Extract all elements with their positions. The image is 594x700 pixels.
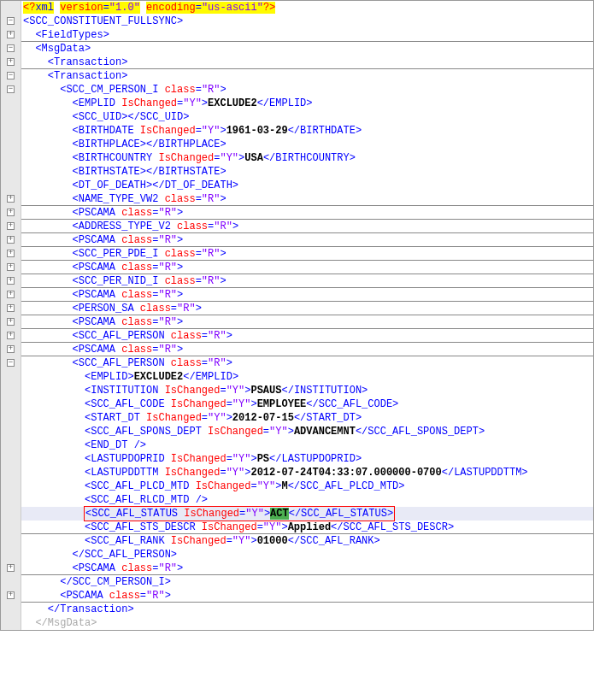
fold-gutter	[1, 138, 21, 151]
code-content: <START_DT IsChanged="Y">2012-07-15</STAR…	[21, 411, 593, 425]
code-line: </SCC_CM_PERSON_I>	[1, 575, 593, 589]
fold-collapsed-icon[interactable]: +	[7, 564, 15, 572]
fold-gutter[interactable]: +	[1, 288, 21, 302]
code-content: <MsgData>	[21, 42, 593, 56]
code-content: <PSCAMA class="R">	[21, 261, 593, 274]
fold-gutter[interactable]: +	[1, 192, 21, 206]
code-content: <SCC_AFL_RLCD_MTD />	[21, 493, 593, 507]
code-content: <SCC_AFL_PLCD_MTD IsChanged="Y">M</SCC_A…	[21, 479, 593, 493]
fold-gutter	[1, 521, 21, 534]
fold-collapsed-icon[interactable]: +	[7, 318, 15, 326]
code-content: <BIRTHDATE IsChanged="Y">1961-03-29</BIR…	[21, 124, 593, 138]
fold-collapsed-icon[interactable]: +	[7, 291, 15, 298]
fold-collapsed-icon[interactable]: +	[7, 591, 15, 599]
fold-collapsed-icon[interactable]: +	[7, 304, 15, 312]
fold-gutter[interactable]: +	[1, 247, 21, 261]
code-content: <SCC_CONSTITUENT_FULLSYNC>	[21, 15, 593, 28]
fold-expanded-icon[interactable]: −	[7, 85, 15, 93]
fold-gutter[interactable]: +	[1, 315, 21, 329]
fold-gutter	[1, 603, 21, 616]
code-content: <SCC_PER_NID_I class="R">	[21, 274, 593, 287]
code-line: </Transaction>	[1, 603, 593, 616]
code-content: <SCC_CM_PERSON_I class="R">	[21, 83, 593, 97]
fold-gutter	[1, 384, 21, 397]
code-content: <Transaction>	[21, 69, 593, 83]
fold-gutter[interactable]: −	[1, 15, 21, 28]
fold-gutter	[1, 110, 21, 124]
fold-gutter[interactable]: +	[1, 589, 21, 603]
fold-gutter	[1, 124, 21, 138]
fold-collapsed-icon[interactable]: +	[7, 195, 15, 203]
xml-declaration-row: <?xml version="1.0" encoding="us-ascii"?…	[1, 1, 593, 15]
fold-gutter[interactable]: +	[1, 56, 21, 69]
fold-expanded-icon[interactable]: −	[7, 17, 15, 25]
fold-gutter	[1, 507, 21, 521]
fold-gutter[interactable]: +	[1, 233, 21, 247]
fold-gutter	[1, 179, 21, 192]
code-line: − <SCC_AFL_PERSON class="R">	[1, 356, 593, 370]
code-line: <INSTITUTION IsChanged="Y">PSAUS</INSTIT…	[1, 384, 593, 397]
fold-gutter[interactable]: +	[1, 274, 21, 288]
fold-gutter	[1, 165, 21, 179]
fold-expanded-icon[interactable]: −	[7, 44, 15, 52]
code-content: <DT_OF_DEATH></DT_OF_DEATH>	[21, 179, 593, 192]
code-content: <PSCAMA class="R">	[21, 233, 593, 246]
fold-gutter[interactable]: +	[1, 261, 21, 274]
fold-gutter	[1, 548, 21, 562]
fold-gutter[interactable]: +	[1, 329, 21, 343]
code-content: <PSCAMA class="R">	[21, 288, 593, 301]
code-line: <SCC_UID></SCC_UID>	[1, 110, 593, 124]
fold-collapsed-icon[interactable]: +	[7, 58, 15, 66]
fold-collapsed-icon[interactable]: +	[7, 250, 15, 257]
fold-gutter	[1, 397, 21, 411]
fold-collapsed-icon[interactable]: +	[7, 345, 15, 353]
fold-expanded-icon[interactable]: −	[7, 72, 15, 79]
code-content: <PSCAMA class="R">	[21, 206, 593, 219]
code-line: <END_DT />	[1, 438, 593, 452]
code-line: − <MsgData>	[1, 42, 593, 56]
code-line: <BIRTHSTATE></BIRTHSTATE>	[1, 165, 593, 179]
fold-expanded-icon[interactable]: −	[7, 359, 15, 367]
fold-gutter[interactable]: +	[1, 220, 21, 233]
fold-collapsed-icon[interactable]: +	[7, 263, 15, 271]
fold-gutter[interactable]: +	[1, 343, 21, 356]
fold-gutter[interactable]: −	[1, 69, 21, 83]
xml-editor: <?xml version="1.0" encoding="us-ascii"?…	[0, 0, 594, 631]
fold-gutter[interactable]: −	[1, 356, 21, 370]
code-line: <LASTUPDDTTM IsChanged="Y">2012-07-24T04…	[1, 466, 593, 479]
code-line: + <PSCAMA class="R">	[1, 288, 593, 302]
code-line: <START_DT IsChanged="Y">2012-07-15</STAR…	[1, 411, 593, 425]
code-line: + <PSCAMA class="R">	[1, 206, 593, 220]
fold-collapsed-icon[interactable]: +	[7, 332, 15, 339]
code-content: </MsgData>	[21, 616, 593, 630]
code-content: <EMPLID IsChanged="Y">EXCLUDE2</EMPLID>	[21, 97, 593, 110]
fold-gutter	[1, 151, 21, 165]
code-line: + <PSCAMA class="R">	[1, 562, 593, 575]
code-line: <EMPLID IsChanged="Y">EXCLUDE2</EMPLID>	[1, 97, 593, 110]
code-line: <DT_OF_DEATH></DT_OF_DEATH>	[1, 179, 593, 192]
code-line: <LASTUPDOPRID IsChanged="Y">PS</LASTUPDO…	[1, 452, 593, 466]
fold-gutter[interactable]: +	[1, 28, 21, 42]
code-content: <ADDRESS_TYPE_V2 class="R">	[21, 220, 593, 232]
fold-collapsed-icon[interactable]: +	[7, 209, 15, 216]
code-line: + <PSCAMA class="R">	[1, 261, 593, 274]
code-content: <PSCAMA class="R">	[21, 589, 593, 602]
fold-gutter[interactable]: +	[1, 302, 21, 315]
fold-collapsed-icon[interactable]: +	[7, 222, 15, 230]
code-line: + <SCC_PER_PDE_I class="R">	[1, 247, 593, 261]
code-line: + <SCC_PER_NID_I class="R">	[1, 274, 593, 288]
code-content: <PSCAMA class="R">	[21, 343, 593, 356]
fold-collapsed-icon[interactable]: +	[7, 236, 15, 244]
code-line: <BIRTHCOUNTRY IsChanged="Y">USA</BIRTHCO…	[1, 151, 593, 165]
fold-gutter[interactable]: +	[1, 562, 21, 575]
code-content: <Transaction>	[21, 56, 593, 68]
fold-gutter[interactable]: +	[1, 206, 21, 220]
fold-collapsed-icon[interactable]: +	[7, 31, 15, 38]
code-line: + <PSCAMA class="R">	[1, 233, 593, 247]
code-content: <EMPLID>EXCLUDE2</EMPLID>	[21, 370, 593, 384]
code-line: + <PSCAMA class="R">	[1, 343, 593, 356]
fold-gutter[interactable]: −	[1, 83, 21, 97]
fold-gutter[interactable]: −	[1, 42, 21, 56]
code-content: <SCC_PER_PDE_I class="R">	[21, 247, 593, 260]
fold-collapsed-icon[interactable]: +	[7, 277, 15, 285]
